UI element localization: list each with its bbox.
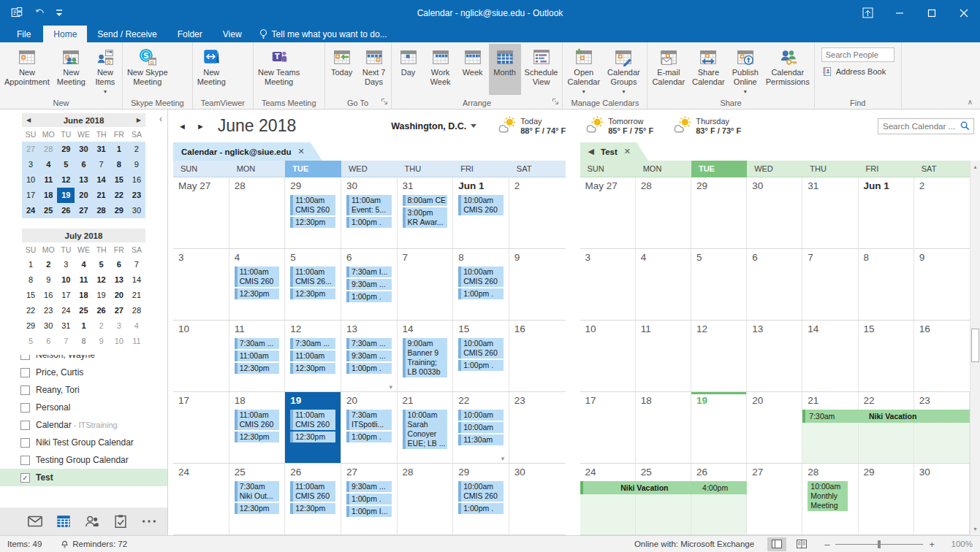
tell-me-box[interactable]: Tell me what you want to do...	[252, 26, 395, 42]
calendar-event[interactable]: 11:00amCMIS 260	[290, 195, 335, 215]
mini-calendar-day[interactable]: 6	[110, 257, 128, 272]
close-icon[interactable]	[948, 0, 980, 26]
mini-calendar-day[interactable]: 1	[22, 257, 39, 272]
day-cell[interactable]: 5	[691, 249, 747, 320]
unchecked-checkbox[interactable]	[20, 421, 30, 430]
mini-calendar-day[interactable]: 9	[128, 157, 145, 172]
day-cell[interactable]: 24	[580, 464, 636, 534]
day-cell[interactable]: 19	[691, 392, 747, 463]
mini-calendar-day[interactable]: 31	[93, 142, 110, 157]
calendar-event[interactable]: 7:30amITSpotli...	[346, 410, 392, 430]
mini-calendar-day[interactable]: 17	[57, 288, 75, 303]
mini-calendar-day[interactable]: 30	[128, 203, 145, 218]
nav-more-icon[interactable]	[140, 513, 158, 530]
day-cell[interactable]: 31	[802, 177, 858, 248]
search-icon[interactable]	[960, 120, 970, 131]
unchecked-checkbox[interactable]	[20, 355, 30, 360]
calendar-event[interactable]: 7:30am ...	[346, 338, 392, 349]
day-cell[interactable]: 10	[580, 321, 636, 391]
day-cell[interactable]: 10	[173, 321, 229, 391]
normal-view-icon[interactable]	[767, 537, 786, 551]
calendar-event[interactable]: 1:00pm .	[458, 503, 504, 514]
nav-calendar-icon[interactable]	[55, 513, 72, 530]
mini-calendar-day[interactable]: 10	[57, 272, 75, 288]
mini-calendar-day[interactable]: 5	[22, 334, 39, 349]
calendar-event[interactable]: 9:30am ...	[346, 350, 392, 361]
day-cell[interactable]: 2110:00amSarahConoyerEUE; LB ...	[398, 392, 454, 463]
ribbon-display-options-icon[interactable]	[851, 0, 884, 26]
day-cell[interactable]: 15	[859, 321, 914, 391]
calendar-list-item-personal[interactable]: Personal	[0, 399, 167, 416]
mini-calendar-day[interactable]: 27	[22, 142, 39, 157]
calendar-list-item-nelson-wayne[interactable]: Nelson, Wayne	[0, 355, 167, 364]
dialog-launcher-icon[interactable]	[552, 98, 559, 107]
day-cell[interactable]: 28	[398, 464, 454, 534]
checked-checkbox[interactable]: ✓	[20, 473, 30, 483]
e-mail-calendar-button[interactable]: E-mailCalendar	[648, 44, 688, 95]
day-cell[interactable]: 411:00amCMIS 26012:30pm	[229, 249, 286, 320]
mini-calendar-day[interactable]: 21	[93, 188, 110, 203]
day-cell[interactable]: 1811:00amCMIS 26012:30pm	[229, 392, 286, 463]
day-cell[interactable]: 2910:00amCMIS 2601:00pm .	[453, 464, 509, 534]
open-calendar-button[interactable]: OpenCalendar ▾	[563, 44, 604, 95]
day-cell[interactable]: 149:00amBanner 9Training;LB 0033b	[398, 321, 454, 391]
unchecked-checkbox[interactable]	[20, 386, 30, 395]
mini-calendar-day[interactable]: 19	[93, 288, 110, 303]
day-cell[interactable]: 30	[509, 464, 566, 534]
day-cell[interactable]: May 27	[580, 177, 636, 248]
mini-calendar-day[interactable]: 4	[75, 257, 92, 272]
mini-calendar-day[interactable]: 8	[110, 157, 128, 172]
publish-online-button[interactable]: PublishOnline ▾	[729, 44, 762, 95]
mini-calendar-day[interactable]: 11	[75, 272, 92, 288]
mini-calendar-day[interactable]: 5	[57, 157, 75, 172]
day-cell[interactable]: 23	[509, 392, 566, 463]
day-cell[interactable]: 23	[914, 392, 970, 463]
day-cell[interactable]: 20	[747, 392, 802, 463]
next-month-icon[interactable]: ►	[197, 122, 205, 131]
calendar-event[interactable]: 10:00amMonthlyMeeting	[808, 481, 847, 511]
mini-calendar-day[interactable]: 27	[75, 203, 92, 218]
zoom-slider[interactable]	[835, 544, 923, 545]
mini-calendar-day[interactable]: 7	[93, 157, 110, 172]
overlay-back-icon[interactable]: ◀	[588, 147, 594, 156]
week-button[interactable]: Week	[457, 44, 489, 95]
day-cell[interactable]: 30	[914, 464, 970, 534]
mini-calendar-day[interactable]: 11	[128, 334, 145, 349]
day-cell[interactable]: 2911:00amCMIS 26012:30pm	[285, 177, 341, 248]
calendar-event[interactable]: 1:00pm .	[346, 363, 392, 374]
undo-icon[interactable]	[34, 7, 45, 19]
mini-calendar-day[interactable]: 2	[93, 318, 110, 334]
mini-calendar-day[interactable]: 10	[110, 334, 128, 349]
day-cell[interactable]: 28	[229, 177, 286, 248]
day-cell[interactable]: 3	[580, 249, 636, 320]
calendar-event[interactable]: 1:00pm .	[346, 217, 392, 228]
day-cell[interactable]: 16	[509, 321, 566, 391]
calendar-event[interactable]: 11:00amCMIS 26...	[290, 267, 335, 287]
minimize-folder-pane-icon[interactable]: ‹	[159, 114, 162, 124]
peek-calendar-icon[interactable]	[10, 7, 23, 20]
calendar-event[interactable]: 10:00am	[458, 410, 504, 421]
day-cell[interactable]: 2	[914, 177, 970, 248]
calendar-event[interactable]: 11:00amCMIS 260	[290, 410, 335, 430]
previous-month-icon[interactable]: ◄	[178, 122, 186, 131]
new-meeting-button[interactable]: NewMeeting	[53, 44, 89, 95]
calendar-event[interactable]: 11:00amCMIS 260	[290, 481, 335, 502]
multiday-event-banner[interactable]: Niki Vacation4:00pm	[580, 481, 748, 494]
mini-calendar-day[interactable]: 30	[39, 318, 57, 334]
work-week-button[interactable]: WorkWeek	[425, 44, 457, 95]
calendar-event[interactable]: 12:30pm	[290, 432, 335, 442]
day-cell[interactable]: 2	[509, 177, 566, 248]
day-cell[interactable]: 4	[636, 249, 691, 320]
day-cell[interactable]: 117:30am ...11:00am12:30pm	[229, 321, 286, 391]
mini-calendar-day[interactable]: 24	[22, 203, 39, 218]
collapse-ribbon-icon[interactable]: ∧	[968, 98, 973, 106]
dialog-launcher-icon[interactable]	[381, 98, 388, 107]
day-cell[interactable]: 29	[691, 177, 747, 248]
day-cell[interactable]: 318:00am CE3:00pmKR Awar...	[398, 177, 454, 248]
day-cell[interactable]: 11	[636, 321, 691, 391]
mini-calendar-day[interactable]: 5	[93, 257, 110, 272]
new-meeting-button[interactable]: NewMeeting	[194, 44, 229, 95]
weather-location-dropdown[interactable]: Washington, D.C.	[391, 121, 476, 131]
day-cell[interactable]: 2611:00amCMIS 26012:30pm	[285, 464, 341, 534]
ribbon-tab-home[interactable]: Home	[43, 26, 87, 42]
